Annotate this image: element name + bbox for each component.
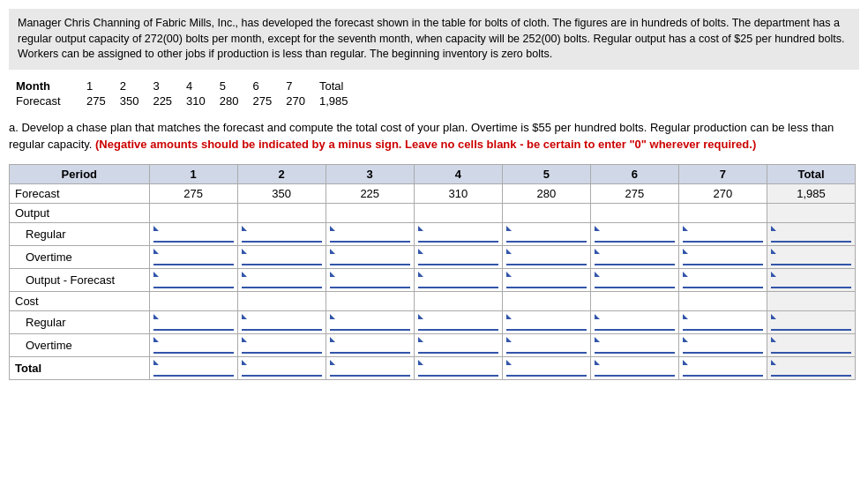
input-regular-output-total[interactable] — [771, 226, 851, 243]
forecast-cell-6: 275 — [590, 183, 678, 203]
input-total-1[interactable] — [153, 360, 234, 377]
input-cost-regular-2[interactable] — [242, 314, 322, 331]
input-output-forecast-1[interactable] — [153, 272, 234, 288]
input-output-forecast-5[interactable] — [506, 272, 587, 288]
label-regular-output: Regular — [10, 222, 150, 245]
forecast-header-2: 2 — [113, 78, 146, 93]
forecast-cell-5: 280 — [502, 183, 590, 203]
label-output-forecast: Output - Forecast — [10, 268, 150, 291]
input-cost-overtime-1[interactable] — [153, 337, 234, 354]
cell-regular-2[interactable] — [237, 222, 326, 245]
cell-regular-6[interactable] — [590, 222, 678, 245]
input-cost-regular-total[interactable] — [771, 314, 851, 331]
input-cost-overtime-4[interactable] — [418, 337, 498, 354]
input-cost-overtime-5[interactable] — [506, 337, 587, 354]
row-cost-header: Cost — [10, 291, 856, 310]
forecast-label: Forecast — [9, 93, 79, 108]
row-regular-output: Regular — [10, 222, 856, 245]
input-cost-regular-4[interactable] — [418, 314, 498, 331]
input-regular-output-2[interactable] — [242, 226, 322, 243]
forecast-cell-7: 270 — [678, 183, 767, 203]
forecast-val-7: 270 — [279, 93, 312, 108]
forecast-val-6: 275 — [246, 93, 280, 108]
forecast-val-2: 350 — [113, 93, 146, 108]
col-header-5: 5 — [502, 164, 590, 183]
input-total-4[interactable] — [418, 360, 498, 377]
col-header-period: Period — [10, 164, 150, 183]
forecast-cell-3: 225 — [326, 183, 414, 203]
input-cost-regular-3[interactable] — [330, 314, 410, 331]
input-overtime-output-4[interactable] — [418, 249, 498, 265]
input-total-3[interactable] — [330, 360, 410, 377]
input-cost-overtime-6[interactable] — [595, 337, 675, 354]
input-total-2[interactable] — [242, 360, 322, 377]
forecast-val-1: 275 — [79, 93, 113, 108]
label-overtime-output: Overtime — [10, 245, 150, 268]
row-cost-regular: Regular — [10, 310, 856, 333]
input-overtime-output-3[interactable] — [330, 249, 410, 265]
cell-regular-7[interactable] — [678, 222, 767, 245]
forecast-header-4: 4 — [179, 78, 213, 93]
section-label-cost: Cost — [10, 291, 150, 310]
input-output-forecast-4[interactable] — [418, 272, 498, 288]
row-cost-overtime: Overtime — [10, 333, 856, 356]
label-cost-regular: Regular — [10, 310, 150, 333]
input-cost-overtime-7[interactable] — [683, 337, 763, 354]
input-overtime-output-5[interactable] — [506, 249, 587, 265]
forecast-cell-1: 275 — [149, 183, 237, 203]
forecast-val-4: 310 — [179, 93, 213, 108]
forecast-val-5: 280 — [213, 93, 246, 108]
input-regular-output-1[interactable] — [153, 226, 234, 243]
input-overtime-output-1[interactable] — [153, 249, 234, 265]
input-cost-regular-7[interactable] — [683, 314, 763, 331]
input-overtime-output-2[interactable] — [242, 249, 322, 265]
input-regular-output-4[interactable] — [418, 226, 498, 243]
input-output-forecast-6[interactable] — [595, 272, 675, 288]
forecast-header-7: 7 — [279, 78, 312, 93]
forecast-header-5: 5 — [213, 78, 246, 93]
input-regular-output-7[interactable] — [683, 226, 763, 243]
input-cost-regular-5[interactable] — [506, 314, 587, 331]
col-header-2: 2 — [237, 164, 326, 183]
input-overtime-output-6[interactable] — [595, 249, 675, 265]
col-header-1: 1 — [149, 164, 237, 183]
input-overtime-output-7[interactable] — [683, 249, 763, 265]
forecast-val-3: 225 — [146, 93, 179, 108]
input-overtime-output-total[interactable] — [771, 249, 851, 265]
input-cost-overtime-total[interactable] — [771, 337, 851, 354]
label-cost-overtime: Overtime — [10, 333, 150, 356]
col-header-total: Total — [767, 164, 855, 183]
input-cost-overtime-3[interactable] — [330, 337, 410, 354]
cell-regular-total[interactable] — [767, 222, 855, 245]
cell-regular-3[interactable] — [326, 222, 414, 245]
forecast-header-1: 1 — [79, 78, 113, 93]
cell-regular-1[interactable] — [149, 222, 237, 245]
input-output-forecast-7[interactable] — [683, 272, 763, 288]
description-box: Manager Chris Channing of Fabric Mills, … — [9, 9, 859, 70]
forecast-cell-4: 310 — [414, 183, 502, 203]
input-regular-output-3[interactable] — [330, 226, 410, 243]
input-cost-regular-1[interactable] — [153, 314, 234, 331]
input-cost-regular-6[interactable] — [595, 314, 675, 331]
cell-regular-4[interactable] — [414, 222, 502, 245]
input-regular-output-5[interactable] — [506, 226, 587, 243]
input-output-forecast-3[interactable] — [330, 272, 410, 288]
input-total-6[interactable] — [595, 360, 675, 377]
row-total: Total — [10, 356, 856, 379]
forecast-cell-total: 1,985 — [767, 183, 855, 203]
forecast-cell-2: 350 — [237, 183, 326, 203]
row-label-forecast: Forecast — [10, 183, 150, 203]
input-cost-overtime-2[interactable] — [242, 337, 322, 354]
input-regular-output-6[interactable] — [595, 226, 675, 243]
instruction-text: a. Develop a chase plan that matches the… — [9, 119, 859, 153]
forecast-header-6: 6 — [246, 78, 280, 93]
input-total-7[interactable] — [683, 360, 763, 377]
input-total-5[interactable] — [506, 360, 587, 377]
row-forecast: Forecast 275 350 225 310 280 275 270 1,9… — [10, 183, 856, 203]
main-data-table: Period 1 2 3 4 5 6 7 Total Forecast 275 … — [9, 164, 856, 380]
section-label-output: Output — [10, 203, 150, 222]
cell-regular-5[interactable] — [502, 222, 590, 245]
input-total-total[interactable] — [771, 360, 851, 377]
input-output-forecast-2[interactable] — [242, 272, 322, 288]
input-output-forecast-total[interactable] — [771, 272, 851, 288]
